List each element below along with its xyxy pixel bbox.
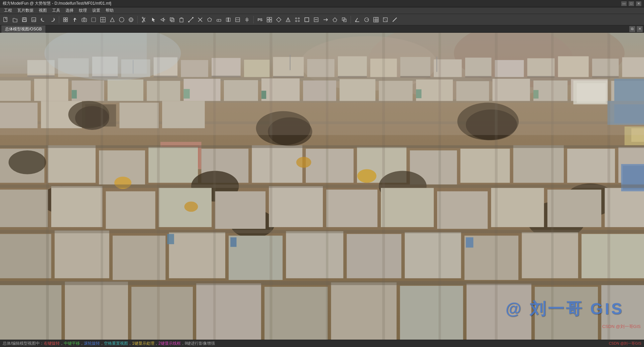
svg-rect-0 xyxy=(4,17,7,22)
svg-rect-47 xyxy=(267,17,269,19)
menu-texture[interactable]: 纹理 xyxy=(76,7,90,14)
svg-rect-49 xyxy=(267,20,269,22)
toolbar-fill[interactable] xyxy=(233,15,242,24)
menu-select[interactable]: 选择 xyxy=(63,7,76,14)
svg-rect-58 xyxy=(305,18,309,22)
svg-rect-37 xyxy=(217,19,221,21)
tab-close-button[interactable]: ✕ xyxy=(637,26,643,32)
svg-point-56 xyxy=(295,20,297,22)
toolbar-triangle-tool[interactable] xyxy=(284,15,292,24)
toolbar-rect-select[interactable] xyxy=(89,15,98,24)
toolbar-target[interactable] xyxy=(127,15,135,24)
menu-engineering[interactable]: 工程 xyxy=(1,7,15,14)
svg-rect-74 xyxy=(383,18,387,22)
status-key1: 1键显示处理 xyxy=(132,341,154,346)
svg-rect-69 xyxy=(374,17,378,22)
title-text: 模方ModelFun @ 大势智慧 - D:/modelfunTest/MF01… xyxy=(3,1,111,6)
svg-point-57 xyxy=(298,20,299,22)
separator-1 xyxy=(59,16,59,23)
toolbar-new[interactable] xyxy=(1,15,10,24)
csdn-status: CSDN @刘一哥GIS xyxy=(609,341,641,345)
svg-line-75 xyxy=(383,18,387,22)
svg-rect-242 xyxy=(614,79,644,101)
toolbar-region[interactable] xyxy=(331,15,339,24)
toolbar-circle-measure[interactable] xyxy=(362,15,371,24)
status-csdn: CSDN @刘一哥GIS xyxy=(609,341,641,346)
svg-point-33 xyxy=(192,17,194,18)
menu-tiles[interactable]: 瓦片数据 xyxy=(15,7,36,14)
status-scroll: 滚轮旋转 xyxy=(84,341,100,346)
toolbar-line-draw[interactable] xyxy=(186,15,195,24)
toolbar-arrow-tool[interactable] xyxy=(158,15,167,24)
svg-marker-62 xyxy=(333,18,337,22)
tab-float-button[interactable]: ⧉ xyxy=(629,26,635,32)
menu-help[interactable]: 帮助 xyxy=(103,7,116,14)
toolbar-triangle[interactable] xyxy=(108,15,117,24)
toolbar-nodes[interactable] xyxy=(293,15,302,24)
csdn-watermark: CSDN @刘一哥GIS xyxy=(602,324,641,330)
svg-rect-6 xyxy=(63,18,65,19)
toolbar-cross[interactable] xyxy=(196,15,205,24)
menu-tools[interactable]: 工具 xyxy=(49,7,63,14)
toolbar: AS xyxy=(0,14,644,25)
svg-point-19 xyxy=(130,19,132,21)
toolbar-camera[interactable] xyxy=(80,15,89,24)
toolbar-extend[interactable] xyxy=(321,15,330,24)
toolbar-paste[interactable] xyxy=(177,15,186,24)
status-space: 空格重置视图 xyxy=(104,341,128,346)
toolbar-angle[interactable] xyxy=(353,15,362,24)
maximize-button[interactable]: □ xyxy=(629,1,634,6)
toolbar-square-tool[interactable] xyxy=(302,15,311,24)
toolbar-grid-tool[interactable] xyxy=(372,15,380,24)
toolbar-undo[interactable] xyxy=(39,15,47,24)
toolbar-square-measure[interactable] xyxy=(381,15,390,24)
toolbar-diamond[interactable] xyxy=(274,15,283,24)
viewport[interactable]: @ 刘一哥 GIS CSDN @刘一哥GIS xyxy=(0,33,644,340)
svg-rect-9 xyxy=(66,20,68,22)
tab-model-view[interactable]: 总体模型视图/OSGB xyxy=(1,25,45,33)
toolbar-eraser[interactable] xyxy=(215,15,223,24)
svg-rect-241 xyxy=(577,83,606,103)
svg-rect-12 xyxy=(92,18,96,22)
separator-3 xyxy=(253,16,254,23)
svg-rect-50 xyxy=(270,20,272,22)
watermark-text: @ 刘一哥 GIS xyxy=(506,300,624,318)
toolbar-split[interactable] xyxy=(224,15,233,24)
toolbar-connect[interactable] xyxy=(243,15,251,24)
menu-settings[interactable]: 设置 xyxy=(90,7,103,14)
toolbar-grid[interactable] xyxy=(61,15,70,24)
toolbar-redo[interactable] xyxy=(48,15,57,24)
menu-view[interactable]: 视图 xyxy=(36,7,49,14)
toolbar-save[interactable] xyxy=(20,15,29,24)
toolbar-open[interactable] xyxy=(11,15,19,24)
svg-rect-30 xyxy=(180,18,183,22)
toolbar-polygon[interactable] xyxy=(205,15,214,24)
tab-label: 总体模型视图/OSGB xyxy=(5,27,42,31)
toolbar-flight[interactable] xyxy=(71,15,79,24)
toolbar-subtract[interactable] xyxy=(312,15,320,24)
svg-rect-3 xyxy=(23,20,26,21)
status-sep4: ， xyxy=(128,341,132,346)
svg-marker-36 xyxy=(208,18,212,21)
tab-bar: 总体模型视图/OSGB ⧉ ✕ xyxy=(0,25,644,33)
svg-point-54 xyxy=(295,18,297,19)
status-sep5: ， xyxy=(154,341,158,346)
tab-actions: ⧉ ✕ xyxy=(629,26,643,32)
minimize-button[interactable]: — xyxy=(621,1,627,6)
svg-point-32 xyxy=(188,21,189,22)
toolbar-cut[interactable] xyxy=(140,15,148,24)
toolbar-saveas[interactable]: AS xyxy=(29,15,38,24)
svg-point-55 xyxy=(298,18,299,19)
svg-line-76 xyxy=(393,18,397,22)
toolbar-slash-tool[interactable] xyxy=(390,15,399,24)
status-bar: 总体/编辑模型视图中： 右键旋转 ， 中键平移 ， 滚轮旋转 ， 空格重置视图 … xyxy=(0,340,644,347)
close-button[interactable]: ✕ xyxy=(636,1,641,6)
toolbar-circle-view[interactable] xyxy=(117,15,126,24)
toolbar-intersect[interactable] xyxy=(340,15,349,24)
status-key2: 2键显示线框 xyxy=(158,341,181,346)
toolbar-copy[interactable] xyxy=(168,15,176,24)
toolbar-ps-label[interactable]: PS xyxy=(256,15,264,24)
toolbar-ps-grid[interactable] xyxy=(265,15,274,24)
toolbar-cursor[interactable] xyxy=(149,15,158,24)
toolbar-view-mode[interactable] xyxy=(99,15,107,24)
